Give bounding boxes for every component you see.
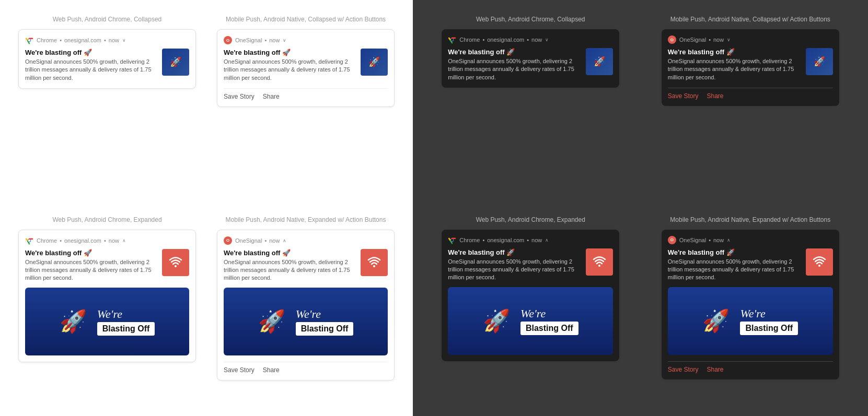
section-label-1: Web Push, Android Chrome, Collapsed <box>53 16 162 23</box>
rocket-scene-mobile-dark: 🚀 We're Blasting Off <box>702 307 798 335</box>
notif-desc-mobile: OneSignal announces 500% growth, deliver… <box>224 58 355 82</box>
notif-actions-mobile-expanded: Save Story Share <box>224 362 388 374</box>
mobile-push-expanded-section: Mobile Push, Android Native, Expanded w/… <box>209 211 402 406</box>
notif-text-mobile: We're blasting off 🚀 OneSignal announces… <box>224 49 355 82</box>
blasting-text-mobile-dark: Blasting Off <box>745 324 793 332</box>
blast-off-text-dark: We're Blasting Off <box>520 307 578 335</box>
chevron-up-icon-dark-2: ∧ <box>727 237 731 243</box>
wifi-signal-icon <box>168 255 183 270</box>
notif-actions-mobile-expanded-dark: Save Story Share <box>668 361 833 373</box>
big-image-content: 🚀 We're Blasting Off <box>25 288 189 355</box>
onesignal-icon-dark: O <box>668 35 676 44</box>
chevron-up-icon: ∧ <box>122 238 126 243</box>
wifi-signal-icon-dark <box>592 254 607 270</box>
notif-actions-dark: Save Story Share <box>668 88 833 100</box>
rocket-emoji-dark: 🚀 <box>483 308 510 334</box>
rocket-emoji-mobile-dark: 🚀 <box>702 308 730 334</box>
notif-body: We're blasting off 🚀 OneSignal announces… <box>25 49 189 82</box>
notif-text-expanded: We're blasting off 🚀 OneSignal announces… <box>25 249 157 282</box>
svg-point-7 <box>373 265 375 267</box>
notif-desc-mobile-expanded: OneSignal announces 500% growth, deliver… <box>224 258 355 282</box>
notif-header-mobile-expanded: O OneSignal • now ∧ <box>224 236 388 245</box>
rocket-emoji-2: 🚀 <box>258 308 285 334</box>
notif-text-mobile-expanded: We're blasting off 🚀 OneSignal announces… <box>224 249 355 282</box>
were-text-mobile-dark: We're <box>740 307 765 320</box>
notif-text-mobile-expanded-dark: We're blasting off 🚀 OneSignal announces… <box>668 248 801 282</box>
svg-point-9 <box>451 39 453 41</box>
notif-source-chrome-2: Chrome • onesignal.com • now ∧ <box>37 237 126 244</box>
chevron-up-icon-dark: ∧ <box>545 237 549 243</box>
save-story-button[interactable]: Save Story <box>224 93 254 100</box>
notif-header-expanded: Chrome • onesignal.com • now ∧ <box>25 236 189 245</box>
section-label-4: Mobile Push, Android Native, Expanded w/… <box>226 216 386 223</box>
were-text-dark: We're <box>520 307 546 320</box>
blasting-box: Blasting Off <box>97 322 155 336</box>
notif-source-chrome-dark: Chrome • onesignal.com • now ∨ <box>459 37 549 43</box>
section-label-8: Mobile Push, Android Native, Expanded w/… <box>670 216 830 223</box>
notif-thumbnail-mobile: 🚀 <box>361 49 388 76</box>
section-label-7: Web Push, Android Chrome, Expanded <box>476 216 585 223</box>
big-image-web-expanded-dark: 🚀 We're Blasting Off <box>448 287 613 355</box>
notif-header-expanded-dark: Chrome • onesignal.com • now ∧ <box>448 236 613 244</box>
chevron-down-icon-dark-2: ∨ <box>727 37 731 42</box>
svg-point-13 <box>818 265 820 267</box>
dark-panel: Web Push, Android Chrome, Collapsed Chro… <box>413 0 868 416</box>
notif-title-expanded: We're blasting off 🚀 <box>25 249 157 257</box>
web-push-collapsed-dark-section: Web Push, Android Chrome, Collapsed Chro… <box>423 10 638 206</box>
notif-header: Chrome • onesignal.com • now ∨ <box>25 36 189 44</box>
notif-header-mobile-expanded-dark: O OneSignal • now ∧ <box>668 236 833 244</box>
notif-body-dark: We're blasting off 🚀 OneSignal announces… <box>448 48 613 81</box>
section-label-6: Mobile Push, Android Native, Collapsed w… <box>670 16 830 23</box>
svg-point-5 <box>28 239 30 241</box>
expanded-icon <box>162 249 189 276</box>
chevron-down-icon: ∨ <box>122 38 126 43</box>
wifi-signal-icon-2 <box>366 255 382 270</box>
web-push-collapsed-section: Web Push, Android Chrome, Collapsed Chro… <box>10 10 204 206</box>
notif-thumbnail-dark: 🚀 <box>586 48 613 75</box>
notif-desc: OneSignal announces 500% growth, deliver… <box>25 58 157 82</box>
notif-header-mobile: O OneSignal • now ∨ <box>224 36 388 44</box>
were-text: We're <box>97 307 122 321</box>
rocket-emoji: 🚀 <box>60 308 87 334</box>
notif-thumbnail: 🚀 <box>162 49 189 76</box>
chevron-down-icon-2: ∨ <box>283 38 286 43</box>
blast-off-text: We're Blasting Off <box>97 307 155 336</box>
big-image-web-expanded: 🚀 We're Blasting Off <box>25 288 189 355</box>
notif-source-onesignal-dark: OneSignal • now ∨ <box>679 37 731 43</box>
blast-off-text-mobile-dark: We're Blasting Off <box>740 307 798 335</box>
onesignal-icon-2: O <box>224 236 232 245</box>
share-button-dark[interactable]: Share <box>707 92 723 100</box>
notif-title: We're blasting off 🚀 <box>25 49 157 56</box>
notif-source-chrome: Chrome • onesignal.com • now ∨ <box>37 37 126 43</box>
share-button-mobile-dark[interactable]: Share <box>707 366 723 373</box>
notif-thumbnail-mobile-dark: 🚀 <box>806 48 833 75</box>
big-image-content-2: 🚀 We're Blasting Off <box>224 288 388 355</box>
expanded-icon-dark <box>586 248 613 276</box>
notif-body-mobile-expanded-dark: We're blasting off 🚀 OneSignal announces… <box>668 248 833 282</box>
onesignal-icon: O <box>224 36 232 44</box>
notif-actions: Save Story Share <box>224 88 388 100</box>
notif-title-mobile: We're blasting off 🚀 <box>224 49 355 56</box>
chrome-icon-expanded-dark <box>448 236 456 244</box>
big-image-mobile-expanded-dark: 🚀 We're Blasting Off <box>668 287 833 355</box>
notif-header-dark: Chrome • onesignal.com • now ∨ <box>448 35 613 44</box>
notif-title-mobile-expanded-dark: We're blasting off 🚀 <box>668 248 801 256</box>
rocket-scene-2: 🚀 We're Blasting Off <box>258 307 354 336</box>
save-story-button-2[interactable]: Save Story <box>224 366 254 374</box>
notif-text-expanded-dark: We're blasting off 🚀 OneSignal announces… <box>448 248 581 282</box>
big-image-content-dark: 🚀 We're Blasting Off <box>448 287 613 355</box>
share-button-2[interactable]: Share <box>263 366 280 374</box>
rocket-scene-dark: 🚀 We're Blasting Off <box>483 307 578 335</box>
notif-source-onesignal-expanded-dark: OneSignal • now ∧ <box>679 237 731 243</box>
notif-body-expanded: We're blasting off 🚀 OneSignal announces… <box>25 249 189 282</box>
notif-source-onesignal-2: OneSignal • now ∧ <box>235 237 286 244</box>
were-text-2: We're <box>296 307 321 321</box>
share-button[interactable]: Share <box>263 93 280 100</box>
save-story-button-mobile-dark[interactable]: Save Story <box>668 366 699 373</box>
notif-card-mobile-expanded: O OneSignal • now ∧ We're blasting off 🚀… <box>217 230 395 381</box>
notif-card-web-expanded: Chrome • onesignal.com • now ∧ We're bla… <box>18 230 196 362</box>
blasting-box-dark: Blasting Off <box>520 322 578 335</box>
notif-title-expanded-dark: We're blasting off 🚀 <box>448 248 581 256</box>
save-story-button-dark[interactable]: Save Story <box>668 92 699 100</box>
blasting-text-2: Blasting Off <box>301 324 349 333</box>
